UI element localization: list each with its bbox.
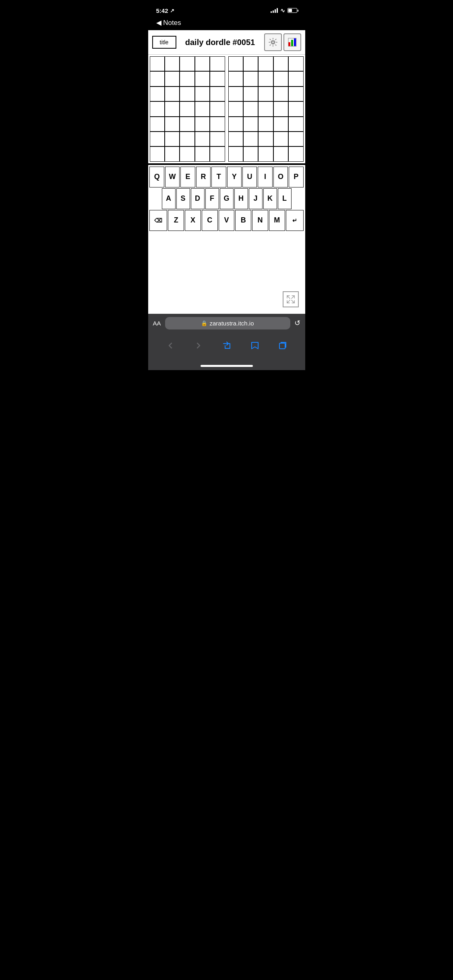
right-grid-cell — [273, 101, 288, 116]
right-grid-row — [228, 71, 304, 86]
left-grid-cell — [150, 146, 165, 161]
key-o[interactable]: O — [273, 167, 288, 187]
left-grid-row — [150, 117, 225, 132]
key-c[interactable]: C — [202, 210, 218, 231]
key-m[interactable]: M — [269, 210, 285, 231]
key-n[interactable]: N — [252, 210, 268, 231]
key-y[interactable]: Y — [227, 167, 242, 187]
key-l[interactable]: L — [278, 188, 292, 209]
right-grid-cell — [243, 117, 258, 132]
left-grid-cell — [195, 86, 210, 101]
status-bar: 5:42 ↗ ∿ — [148, 0, 305, 18]
back-label[interactable]: ◀ Notes — [156, 19, 181, 27]
back-arrow-icon — [165, 341, 175, 350]
home-bar — [201, 365, 253, 367]
key-enter[interactable]: ↵ — [286, 210, 304, 231]
keyboard-row-1: QWERTYUIOP — [150, 167, 304, 187]
time-display: 5:42 — [156, 7, 168, 14]
key-w[interactable]: W — [165, 167, 180, 187]
right-grid-cell — [288, 101, 303, 116]
left-grid-cell — [210, 56, 225, 71]
url-bar[interactable]: 🔒 zaratustra.itch.io — [165, 317, 290, 329]
left-grid-row — [150, 71, 225, 86]
key-i[interactable]: I — [258, 167, 272, 187]
right-grid-cell — [228, 86, 243, 101]
left-grid-cell — [195, 56, 210, 71]
key-z[interactable]: Z — [168, 210, 184, 231]
key-s[interactable]: S — [176, 188, 190, 209]
game-container: title daily dordle #0051 — [148, 30, 305, 314]
title-box[interactable]: title — [152, 36, 176, 49]
right-grid-cell — [228, 132, 243, 146]
left-grid-cell — [180, 132, 194, 146]
key-a[interactable]: A — [162, 188, 176, 209]
stats-button[interactable] — [283, 33, 301, 51]
left-grid-row — [150, 86, 225, 101]
key-x[interactable]: X — [185, 210, 201, 231]
key-t[interactable]: T — [211, 167, 226, 187]
tabs-icon — [278, 341, 288, 350]
key-j[interactable]: J — [249, 188, 263, 209]
key-g[interactable]: G — [220, 188, 234, 209]
left-grid-cell — [210, 101, 225, 116]
key-e[interactable]: E — [180, 167, 195, 187]
forward-button[interactable] — [190, 337, 207, 354]
svg-rect-3 — [291, 40, 293, 46]
right-grid-cell — [258, 71, 273, 86]
settings-button[interactable] — [264, 33, 282, 51]
stats-icon — [288, 37, 297, 47]
left-grid-cell — [195, 101, 210, 116]
left-grid-cell — [150, 86, 165, 101]
keyboard-row-2: ASDFGHJKL — [150, 188, 304, 209]
left-grid-row — [150, 132, 225, 146]
right-grid-cell — [288, 86, 303, 101]
left-grid-cell — [180, 117, 194, 132]
bookmarks-button[interactable] — [246, 337, 264, 354]
left-grid-cell — [210, 146, 225, 161]
key-backspace[interactable]: ⌫ — [149, 210, 167, 231]
status-time: 5:42 ↗ — [156, 7, 174, 14]
left-grid-cell — [150, 117, 165, 132]
right-grid-row — [228, 86, 304, 101]
right-grid-cell — [273, 56, 288, 71]
location-icon: ↗ — [170, 8, 174, 14]
key-b[interactable]: B — [235, 210, 251, 231]
right-grid-cell — [273, 132, 288, 146]
left-grid-cell — [165, 86, 180, 101]
key-v[interactable]: V — [219, 210, 235, 231]
fullscreen-icon — [286, 295, 295, 304]
right-grid-cell — [228, 56, 243, 71]
right-grid-row — [228, 56, 304, 71]
right-grid-cell — [258, 56, 273, 71]
right-grid-cell — [273, 146, 288, 161]
svg-point-0 — [272, 41, 274, 43]
back-button[interactable] — [161, 337, 179, 354]
aa-button[interactable]: AA — [153, 320, 161, 327]
battery-icon — [288, 8, 297, 13]
right-grid — [228, 56, 304, 162]
key-h[interactable]: H — [234, 188, 248, 209]
key-u[interactable]: U — [242, 167, 257, 187]
lock-icon: 🔒 — [201, 320, 207, 326]
right-grid-cell — [273, 71, 288, 86]
left-grid-cell — [210, 117, 225, 132]
share-button[interactable] — [218, 337, 236, 354]
right-grid-cell — [228, 71, 243, 86]
left-grid-cell — [165, 146, 180, 161]
key-p[interactable]: P — [289, 167, 303, 187]
signal-icon — [271, 8, 278, 13]
key-f[interactable]: F — [205, 188, 219, 209]
key-q[interactable]: Q — [149, 167, 164, 187]
back-nav[interactable]: ◀ Notes — [148, 18, 305, 30]
reload-button[interactable]: ↺ — [294, 319, 300, 327]
fullscreen-button[interactable] — [283, 291, 299, 307]
right-grid-cell — [243, 71, 258, 86]
game-content-space — [148, 233, 305, 314]
svg-line-7 — [292, 296, 294, 299]
key-k[interactable]: K — [263, 188, 277, 209]
tabs-button[interactable] — [274, 337, 292, 354]
key-d[interactable]: D — [191, 188, 205, 209]
key-r[interactable]: R — [196, 167, 211, 187]
left-grid-cell — [180, 56, 194, 71]
status-icons: ∿ — [271, 7, 297, 14]
